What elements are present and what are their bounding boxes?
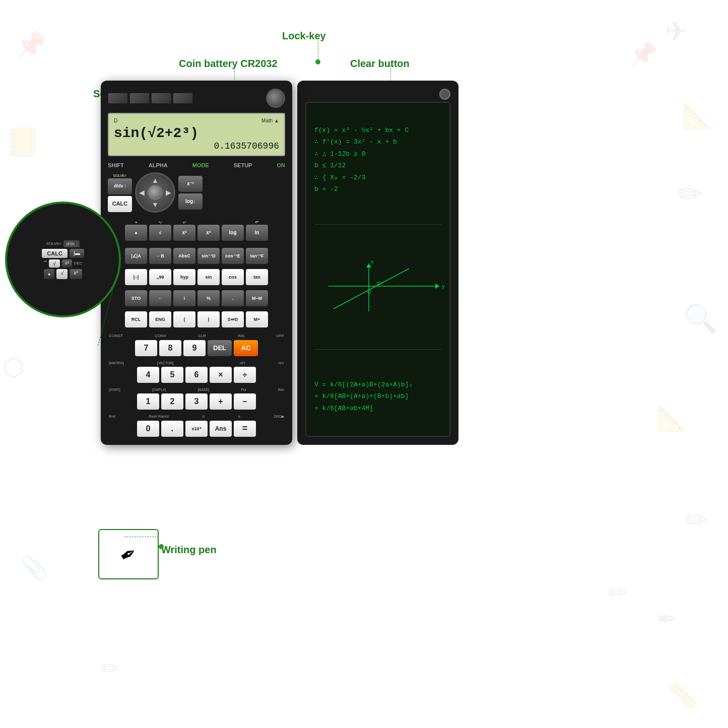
notepad-eq8: = k/6[AB+(A+a)×(B+b)+ab] [314, 390, 441, 402]
solve-btn-wrapper: SOLVE= d/dx : [108, 173, 132, 194]
solve-btn[interactable]: d/dx : [108, 178, 132, 194]
tan-inv-btn[interactable]: tan⁻¹F [246, 248, 268, 264]
zoom-frac-label: ▪≡ [43, 259, 47, 268]
arrow-btn[interactable]: ← [149, 290, 171, 306]
svg-text:y: y [442, 283, 445, 289]
close-paren-btn[interactable]: ) [197, 311, 220, 327]
cos-btn[interactable]: cos [222, 269, 244, 285]
calc-btn[interactable]: CALC [108, 196, 132, 212]
drg-label: DRG▶ [274, 415, 284, 419]
divide-btn[interactable]: ÷ [234, 367, 256, 383]
solar-panel-area [108, 89, 285, 108]
btn-5[interactable]: 5 [161, 367, 183, 383]
multiply-btn[interactable]: × [210, 367, 232, 383]
log-btn-wrapper: log↓ [178, 193, 203, 210]
btn-8[interactable]: 8 [159, 340, 181, 356]
nav-right-arrow[interactable]: ▶ [166, 188, 171, 196]
abs-btn[interactable]: AbsC [173, 248, 195, 264]
bg-ruler: 📏 [667, 680, 698, 709]
rcl-row: RCL ENG ( ) S⇔D M+ [108, 311, 285, 327]
btn-2[interactable]: 2 [161, 393, 183, 410]
vector-label: [VECTOR] [157, 361, 174, 365]
writing-pen-annotation: Writing pen [161, 544, 217, 556]
pi-label: π [202, 415, 205, 419]
btn-6[interactable]: 6 [185, 367, 208, 383]
ac-btn[interactable]: AC [234, 340, 258, 356]
setup-label: SETUP [234, 162, 252, 168]
button-area: SHIFT ALPHA MODE SETUP ON SOLVE= d/dx : … [108, 161, 285, 437]
sin-btn[interactable]: sin [197, 269, 220, 285]
x2-btn[interactable]: x² [173, 225, 195, 241]
hyp-btn[interactable]: hyp [173, 269, 195, 285]
zoom-inner-content: SOLVE= d/dx : CALC ∫▬ ▪≡ √ x³ DEC ▪ √ x² [7, 204, 119, 315]
btn-4[interactable]: 4 [137, 367, 159, 383]
sin-inv-btn[interactable]: sin⁻¹D [197, 248, 220, 264]
num-row-4: 0 . x10ˣ Ans = [108, 421, 285, 437]
x-inv-btn[interactable]: x⁻¹ [178, 176, 203, 192]
log2-btn[interactable]: log [222, 225, 244, 241]
display-result: 0.1635706996 [114, 141, 279, 151]
in-btn[interactable]: In [246, 225, 268, 241]
arrow-b-btn[interactable]: ←B [149, 248, 171, 264]
sqrt-btn[interactable]: √ [149, 225, 171, 241]
decimal-btn[interactable]: . [161, 421, 183, 437]
angle-btn[interactable]: |∠|A [125, 248, 147, 264]
svg-line-7 [334, 269, 409, 309]
mm-btn[interactable]: M–M [246, 290, 268, 306]
nav-left-arrow[interactable]: ◀ [139, 188, 145, 196]
i-btn[interactable]: i [173, 290, 195, 306]
zoom-circle: SOLVE= d/dx : CALC ∫▬ ▪≡ √ x³ DEC ▪ √ x² [5, 202, 121, 317]
solar-cell-4 [173, 93, 193, 104]
sto-btn[interactable]: STO [125, 290, 147, 306]
navigation-ring[interactable]: ▲ ▼ ◀ ▶ [135, 172, 175, 213]
pct-btn[interactable]: % [197, 290, 220, 306]
nav-center-btn[interactable] [148, 185, 163, 200]
btn-3[interactable]: 3 [185, 393, 208, 410]
shift-label: SHIFT [108, 162, 124, 168]
on-label: ON [277, 162, 285, 168]
comma-btn[interactable]: ,,99 [149, 269, 171, 285]
btn-9[interactable]: 9 [183, 340, 206, 356]
fraction-btn[interactable]: ▪ [125, 225, 147, 241]
trig-row: (–) ,,99 hyp sin cos tan [108, 269, 285, 285]
writing-pen-line [124, 537, 159, 538]
matrix-label: [MATRIX] [109, 361, 124, 365]
btn-1[interactable]: 1 [137, 393, 159, 410]
notepad-equations-top: f(x) = x³ - ½x² + bx + C ∴ f'(x) = 3x² -… [314, 124, 441, 195]
btn-0[interactable]: 0 [137, 421, 159, 437]
x10x-btn[interactable]: x10ˣ [185, 421, 208, 437]
nav-up-arrow[interactable]: ▲ [152, 176, 159, 184]
nav-down-arrow[interactable]: ▼ [152, 201, 159, 209]
lock-key-button[interactable] [266, 89, 285, 108]
mode-label: MODE [192, 162, 209, 168]
num-row-3: 1 2 3 + – [108, 393, 285, 410]
frac-btn-wrapper: ≡ ▪ [125, 220, 147, 241]
clear-circle-button[interactable] [439, 89, 450, 100]
dot-btn[interactable]: . [222, 290, 244, 306]
log-btn[interactable]: log↓ [178, 193, 203, 210]
neg-btn[interactable]: (–) [125, 269, 147, 285]
rcl-btn[interactable]: RCL [125, 311, 147, 327]
tan-btn[interactable]: tan [246, 269, 268, 285]
xn-btn[interactable]: xⁿ [197, 225, 220, 241]
eng-btn[interactable]: ENG [149, 311, 171, 327]
btn-7[interactable]: 7 [135, 340, 157, 356]
sd-btn[interactable]: S⇔D [222, 311, 244, 327]
open-paren-btn[interactable]: ( [173, 311, 195, 327]
svg-text:30°: 30° [376, 281, 383, 286]
e-label: e [238, 415, 240, 419]
lock-key-line [318, 38, 319, 59]
zoom-solve-label: SOLVE= [46, 241, 62, 246]
zoom-calc-btn: CALC [42, 249, 68, 258]
mplus-btn[interactable]: M+ [246, 311, 268, 327]
del-btn[interactable]: DEL [208, 340, 232, 356]
equals-btn[interactable]: = [234, 421, 256, 437]
ncr-label: nCr [279, 361, 284, 365]
notepad-eq9: = k/6[AB+ab+4M] [314, 403, 441, 414]
plus-btn[interactable]: + [210, 393, 232, 410]
minus-btn[interactable]: – [234, 393, 256, 410]
coordinate-graph: y x O 30° [318, 258, 449, 314]
ans-btn[interactable]: Ans [210, 421, 232, 437]
cos-inv-btn[interactable]: cos⁻¹E [222, 248, 244, 264]
alpha-label: ALPHA [149, 162, 168, 168]
